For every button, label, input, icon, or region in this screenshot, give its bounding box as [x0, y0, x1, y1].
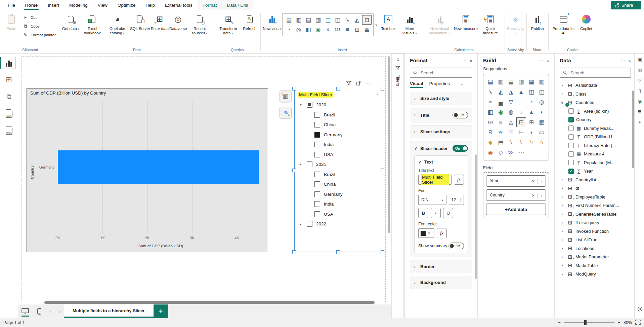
- add-page-button[interactable]: +: [154, 304, 168, 318]
- chevron-right-icon[interactable]: ›: [560, 238, 565, 242]
- pie-chart-icon[interactable]: ◔: [285, 25, 293, 34]
- resize-handle[interactable]: [292, 169, 296, 172]
- font-color-picker[interactable]: ∨: [418, 228, 434, 238]
- page-tab[interactable]: Multiple fields to a hierarchy Slicer: [64, 304, 154, 318]
- kpi-icon[interactable]: ◬: [506, 118, 516, 127]
- report-view-button[interactable]: [3, 57, 15, 69]
- gallery-more-button[interactable]: ∨: [374, 13, 379, 36]
- 100-stacked-bar-chart-icon[interactable]: ▦: [527, 77, 536, 86]
- analytics-pane-icon[interactable]: ≣: [638, 109, 642, 114]
- menu-tab-home[interactable]: Home: [20, 0, 43, 10]
- data-row-locations[interactable]: ›⊞Locations: [560, 244, 631, 253]
- data-row-generateseriestable[interactable]: ›⊞ƒGenerateSeriesTable: [560, 210, 631, 219]
- multi-row-card-icon[interactable]: ≡: [343, 25, 352, 34]
- data-search-input[interactable]: [570, 70, 628, 76]
- tree-expander-icon[interactable]: ▾: [299, 103, 303, 107]
- chevron-right-icon[interactable]: ›: [560, 263, 565, 268]
- field-chip-country[interactable]: Country ×|›: [486, 189, 546, 201]
- slicer-item-usa[interactable]: USA: [295, 209, 382, 219]
- slicer-item-brazil[interactable]: Brazil: [295, 170, 382, 180]
- checkbox-unchecked[interactable]: [314, 181, 320, 187]
- zoom-in-button[interactable]: +: [618, 320, 620, 325]
- area-chart-icon[interactable]: ◭: [353, 15, 361, 24]
- 100-stacked-column-chart-icon[interactable]: ▥: [537, 77, 547, 86]
- format-visual-button[interactable]: ✎+: [280, 107, 292, 119]
- data-row-list-alltrue[interactable]: ›⊞List-AllTrue: [560, 235, 631, 244]
- data-row-marks-parameter[interactable]: ›⊞ƒMarks Parameter: [560, 253, 631, 261]
- data-search[interactable]: [560, 68, 631, 78]
- data-row-literacy-rate[interactable]: ∑Literacy Rate (...: [560, 141, 631, 150]
- menu-tab-modeling[interactable]: Modeling: [64, 0, 93, 10]
- cut-button[interactable]: ✂Cut: [21, 13, 58, 21]
- horizontal-scrollbar[interactable]: [30, 301, 382, 304]
- data-row-dummy-meas[interactable]: ▦Dummy Meas...: [560, 124, 631, 133]
- chevron-right-icon[interactable]: ›: [541, 193, 542, 198]
- remove-field-icon[interactable]: ×: [532, 178, 535, 184]
- next-page-button[interactable]: ›: [55, 304, 64, 318]
- filters-pane-icon[interactable]: ▽: [638, 78, 642, 83]
- r-script-visual-icon[interactable]: R: [486, 128, 495, 137]
- format-search[interactable]: [410, 68, 472, 78]
- checkbox-unchecked[interactable]: [314, 172, 320, 177]
- more-visuals-icon[interactable]: ⋯: [517, 148, 526, 157]
- checkbox-checked[interactable]: [314, 132, 320, 138]
- data-row-modquery[interactable]: ›⊞ModQuery: [560, 270, 631, 279]
- data-row-gdp-billion-u[interactable]: ∑GDP (Billion U...: [560, 133, 631, 141]
- azure-map-icon[interactable]: ▲: [527, 108, 536, 117]
- collapse-pane-icon[interactable]: »: [470, 58, 472, 63]
- model-view-button[interactable]: ⧉: [3, 90, 15, 103]
- sql-server-button[interactable]: SQL Server: [130, 11, 150, 31]
- suggest-visual-button[interactable]: ϟ▥: [280, 90, 292, 102]
- data-row-population-m[interactable]: ∑Population (M...: [560, 158, 631, 167]
- format-painter-button[interactable]: ✎Format painter: [21, 31, 58, 39]
- line-and-stacked-column-chart-icon[interactable]: ◫: [324, 15, 332, 24]
- map-icon[interactable]: ◉: [496, 108, 506, 117]
- data-row-ashishdata[interactable]: ›⊞Ashishdata: [560, 81, 631, 90]
- matrix-icon[interactable]: ▦: [362, 25, 371, 34]
- line-and-clustered-column-chart-icon[interactable]: ◫: [537, 87, 547, 97]
- add-data-button[interactable]: +Add data: [486, 204, 546, 215]
- visualizations-pane-icon[interactable]: ▥: [637, 67, 642, 73]
- data-row-year[interactable]: ✓∑Year: [560, 167, 631, 176]
- transform-data-button[interactable]: ⊞✎ Transform data∨: [216, 11, 240, 35]
- checkbox-unchecked[interactable]: [568, 160, 574, 165]
- card-slicer-settings[interactable]: ›Slicer settings: [410, 125, 472, 138]
- add-pane-icon[interactable]: +: [638, 119, 641, 125]
- report-page[interactable]: Sum of GDP (Billion USD) by Country Coun…: [22, 56, 386, 302]
- clustered-bar-chart-icon[interactable]: ▤: [506, 77, 516, 86]
- 100-stacked-area-chart-icon[interactable]: ▲: [517, 87, 526, 97]
- filters-pane-label[interactable]: Filters: [395, 74, 400, 86]
- slicer-new-icon[interactable]: ϟ: [517, 138, 526, 147]
- clustered-bar-chart-icon[interactable]: ▤: [304, 15, 313, 24]
- field-chip-year[interactable]: Year ×|›: [486, 175, 546, 187]
- share-button[interactable]: Share ∨: [611, 1, 641, 9]
- data-row-markstable[interactable]: ›⊞MarksTable: [560, 261, 631, 270]
- bookmarks-pane-icon[interactable]: ▯: [638, 88, 641, 94]
- shape-map-icon[interactable]: ◌: [517, 108, 526, 117]
- new-visual-calculation-button[interactable]: fx New visual calculation∨: [426, 11, 453, 35]
- desktop-layout-button[interactable]: [18, 304, 32, 318]
- text-box-button[interactable]: A Text box: [380, 11, 397, 31]
- bar-germany[interactable]: [58, 150, 259, 184]
- title-toggle[interactable]: Off: [453, 112, 468, 118]
- collapse-pane-icon[interactable]: »: [547, 58, 549, 63]
- zoom-slider-thumb[interactable]: [584, 320, 587, 325]
- menu-tab-insert[interactable]: Insert: [43, 0, 64, 10]
- data-row-invoked-function[interactable]: ›⊞Invoked Function: [560, 227, 631, 236]
- show-summary-toggle[interactable]: Off: [448, 243, 464, 249]
- chevron-right-icon[interactable]: ›: [560, 194, 565, 199]
- slicer-item-india[interactable]: India: [295, 199, 382, 209]
- data-row-measure-4[interactable]: ▦Measure 4: [560, 150, 631, 158]
- card-icon[interactable]: 123: [333, 25, 342, 34]
- card-background[interactable]: ›Background: [410, 276, 472, 289]
- chevron-right-icon[interactable]: ›: [560, 229, 565, 233]
- key-influencers-icon[interactable]: ≣: [506, 128, 516, 137]
- chevron-right-icon[interactable]: ›: [560, 177, 565, 182]
- clustered-column-chart-icon[interactable]: ▥: [314, 15, 323, 24]
- tab-visual[interactable]: Visual: [410, 81, 423, 88]
- checkbox-partial[interactable]: [307, 102, 312, 108]
- waterfall-chart-icon[interactable]: ▄: [496, 98, 506, 107]
- data-panel-scrollbar[interactable]: [632, 90, 634, 168]
- chevron-down-icon[interactable]: ∨: [376, 92, 379, 96]
- chevron-down-icon[interactable]: ∨: [414, 146, 418, 151]
